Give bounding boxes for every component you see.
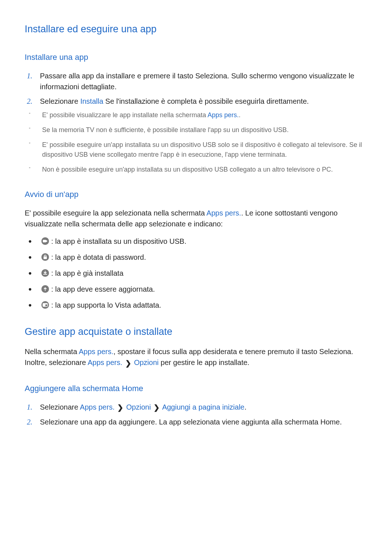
list-item: 1. Selezionare Apps pers. ❯ Opzioni ❯ Ag…	[25, 402, 367, 413]
legend-text: : la app è dotata di password.	[41, 252, 146, 263]
legend-text: : la app è già installata	[41, 268, 123, 279]
list-item: ● : la app supporta lo Vista adattata.	[25, 300, 367, 311]
text: per gestire le app installate.	[159, 358, 249, 366]
text: : la app è dotata di password.	[51, 252, 146, 263]
step-number: 2.	[25, 416, 40, 427]
text: : la app deve essere aggiornata.	[51, 284, 155, 295]
bullet-icon: ●	[25, 253, 41, 262]
bullet-icon: ●	[25, 269, 41, 278]
note-text: Non è possibile eseguire un'app installa…	[42, 165, 367, 175]
update-icon	[41, 285, 49, 293]
note-item: " Non è possibile eseguire un'app instal…	[25, 165, 367, 175]
step-text: Selezionare Installa Se l'installazione …	[40, 96, 367, 107]
link-apps-pers: Apps pers.	[207, 209, 241, 217]
chevron-right-icon: ❯	[153, 402, 160, 413]
svg-rect-1	[46, 241, 47, 242]
chevron-right-icon: ❯	[124, 358, 132, 369]
list-item: 2. Selezionare una app da aggiungere. La…	[25, 416, 367, 427]
link-installa: Installa	[80, 97, 103, 105]
step-text: Selezionare Apps pers. ❯ Opzioni ❯ Aggiu…	[40, 402, 367, 413]
link-apps-pers: Apps pers.	[80, 403, 115, 411]
bullet-icon: ●	[25, 237, 41, 246]
text: Selezionare	[40, 97, 80, 105]
link-apps-pers: Apps pers.	[79, 348, 114, 356]
note-mark-icon: "	[25, 165, 42, 175]
installed-icon	[41, 269, 49, 277]
link-apps-pers: Apps pers.	[87, 358, 122, 366]
install-steps-list: 1. Passare alla app da installare e prem…	[25, 70, 367, 107]
link-aggiungi-home: Aggiungi a pagina iniziale	[162, 403, 245, 411]
usb-icon	[41, 237, 49, 245]
text: .	[239, 111, 241, 119]
link-apps-pers: Apps pers.	[208, 111, 239, 119]
text: E' possibile eseguire la app selezionata…	[25, 209, 207, 217]
legend-text: : la app è installata su un dispositivo …	[41, 236, 186, 247]
svg-rect-4	[45, 304, 47, 306]
bullet-icon: ●	[25, 285, 41, 294]
svg-rect-0	[43, 240, 46, 242]
add-home-steps-list: 1. Selezionare Apps pers. ❯ Opzioni ❯ Ag…	[25, 402, 367, 428]
list-item: 2. Selezionare Installa Se l'installazio…	[25, 96, 367, 107]
note-text: Se la memoria TV non è sufficiente, è po…	[42, 125, 367, 135]
list-item: ● : la app è installata su un dispositiv…	[25, 236, 367, 247]
heading-launch-app: Avvio di un'app	[25, 188, 367, 200]
paragraph: Nella schermata Apps pers., spostare il …	[25, 346, 367, 369]
icon-legend-list: ● : la app è installata su un dispositiv…	[25, 236, 367, 311]
text: Se l'installazione è completa è possibil…	[103, 97, 309, 105]
note-mark-icon: "	[25, 125, 42, 135]
text: Selezionare	[40, 403, 80, 411]
heading-manage-apps: Gestire app acquistate o installate	[25, 324, 367, 339]
note-item: " E' possibile eseguire un'app installat…	[25, 140, 367, 160]
list-item: ● : la app deve essere aggiornata.	[25, 284, 367, 295]
list-item: ● : la app è già installata	[25, 268, 367, 279]
svg-rect-2	[44, 257, 47, 259]
step-number: 2.	[25, 96, 40, 107]
heading-install-run-app: Installare ed eseguire una app	[25, 22, 367, 37]
chevron-right-icon: ❯	[117, 402, 124, 413]
lock-icon	[41, 253, 49, 261]
step-text: Passare alla app da installare e premere…	[40, 70, 367, 92]
step-number: 1.	[25, 402, 40, 413]
step-text: Selezionare una app da aggiungere. La ap…	[40, 416, 367, 427]
list-item: 1. Passare alla app da installare e prem…	[25, 70, 367, 92]
note-item: " Se la memoria TV non è sufficiente, è …	[25, 125, 367, 135]
note-text: E' possibile eseguire un'app installata …	[42, 140, 367, 160]
text: : la app è già installata	[51, 268, 123, 279]
text: .	[244, 403, 246, 411]
text: : la app è installata su un dispositivo …	[51, 236, 186, 247]
legend-text: : la app deve essere aggiornata.	[41, 284, 155, 295]
list-item: ● : la app è dotata di password.	[25, 252, 367, 263]
legend-text: : la app supporta lo Vista adattata.	[41, 300, 161, 311]
note-text: E' possibile visualizzare le app install…	[42, 110, 367, 120]
text: : la app supporta lo Vista adattata.	[51, 300, 161, 311]
heading-add-home: Aggiungere alla schermata Home	[25, 382, 367, 394]
adapted-view-icon	[41, 301, 49, 309]
note-mark-icon: "	[25, 140, 42, 160]
text: Nella schermata	[25, 348, 79, 356]
bullet-icon: ●	[25, 301, 41, 309]
text: E' possibile visualizzare le app install…	[42, 111, 208, 119]
link-opzioni: Opzioni	[134, 358, 159, 366]
link-opzioni: Opzioni	[126, 403, 151, 411]
heading-install-app: Installare una app	[25, 51, 367, 63]
note-mark-icon: "	[25, 110, 42, 120]
note-item: " E' possibile visualizzare le app insta…	[25, 110, 367, 120]
step-number: 1.	[25, 70, 40, 92]
paragraph: E' possibile eseguire la app selezionata…	[25, 208, 367, 229]
